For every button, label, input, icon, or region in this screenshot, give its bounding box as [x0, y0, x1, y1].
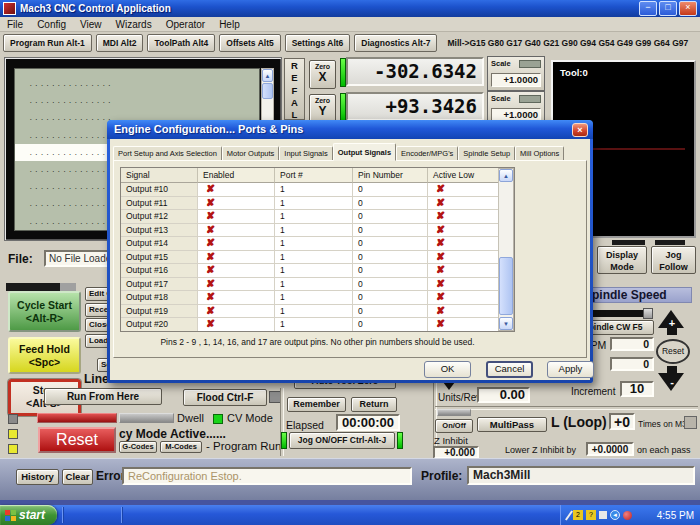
- start-button[interactable]: start: [0, 505, 57, 525]
- tray-pencil-icon[interactable]: [565, 510, 573, 520]
- clock[interactable]: 4:55 PM: [657, 510, 700, 521]
- pin-cell[interactable]: 0: [353, 318, 428, 332]
- scrollbar-thumb[interactable]: [262, 83, 273, 99]
- spindle-reset-button[interactable]: Reset: [656, 339, 690, 364]
- tray-generic-icon[interactable]: [599, 511, 607, 519]
- x-dro-value[interactable]: -302.6342: [346, 57, 484, 86]
- spindle-up-arrow[interactable]: +: [658, 310, 686, 337]
- x-scale-value[interactable]: +1.0000: [491, 73, 541, 87]
- jog-follow-button[interactable]: Jog Follow: [651, 246, 696, 274]
- gcode-line[interactable]: ...............: [15, 75, 259, 92]
- port-cell[interactable]: 1: [275, 237, 353, 251]
- active-low-cell[interactable]: [428, 251, 500, 265]
- enabled-cell[interactable]: [198, 251, 275, 265]
- y-dro-value[interactable]: +93.3426: [346, 92, 484, 121]
- table-row[interactable]: Output #11 1 0: [121, 197, 514, 211]
- enabled-cell[interactable]: [198, 197, 275, 211]
- menu-file[interactable]: File: [0, 19, 30, 30]
- close-button[interactable]: ×: [679, 1, 697, 16]
- port-cell[interactable]: 1: [275, 197, 353, 211]
- active-low-cell[interactable]: [428, 318, 500, 332]
- pin-cell[interactable]: 0: [353, 264, 428, 278]
- history-button[interactable]: History: [16, 469, 59, 485]
- maximize-button[interactable]: □: [659, 1, 677, 16]
- table-row[interactable]: Output #12 1 0: [121, 210, 514, 224]
- tab-program-run[interactable]: Program Run Alt-1: [3, 34, 92, 52]
- port-cell[interactable]: 1: [275, 210, 353, 224]
- active-low-cell[interactable]: [428, 278, 500, 292]
- pin-cell[interactable]: 0: [353, 197, 428, 211]
- enabled-cell[interactable]: [198, 278, 275, 292]
- tab-offsets[interactable]: Offsets Alt5: [219, 34, 280, 52]
- enabled-cell[interactable]: [198, 183, 275, 197]
- tab-motor-outputs[interactable]: Motor Outputs: [222, 146, 280, 161]
- tab-mill-options[interactable]: Mill Options: [515, 146, 564, 161]
- zero-y-button[interactable]: Zero Y: [309, 94, 336, 123]
- tab-mdi[interactable]: MDI Alt2: [96, 34, 144, 52]
- display-mode-button[interactable]: Display Mode: [597, 246, 647, 274]
- active-low-cell[interactable]: [428, 183, 500, 197]
- tab-input-signals[interactable]: Input Signals: [279, 146, 332, 161]
- pin-cell[interactable]: 0: [353, 183, 428, 197]
- dialog-titlebar[interactable]: Engine Configuration... Ports & Pins: [107, 120, 593, 139]
- menu-view[interactable]: View: [73, 19, 109, 30]
- pin-cell[interactable]: 0: [353, 251, 428, 265]
- pin-cell[interactable]: 0: [353, 291, 428, 305]
- reset-button[interactable]: Reset: [38, 427, 116, 453]
- run-from-here-button[interactable]: Run From Here: [44, 388, 162, 405]
- tab-diagnostics[interactable]: Diagnostics Alt-7: [354, 34, 437, 52]
- tab-port-setup[interactable]: Port Setup and Axis Selection: [113, 146, 222, 161]
- spindle-down-arrow[interactable]: -: [658, 366, 686, 393]
- table-row[interactable]: Output #17 1 0: [121, 278, 514, 292]
- tray-badge-2-icon[interactable]: 2: [573, 510, 583, 520]
- tab-encoder-mpg[interactable]: Encoder/MPG's: [396, 146, 458, 161]
- flood-button[interactable]: Flood Ctrl-F: [183, 389, 267, 406]
- tab-toolpath[interactable]: ToolPath Alt4: [147, 34, 215, 52]
- gcode-line[interactable]: ...............: [15, 92, 259, 109]
- cancel-button[interactable]: Cancel: [486, 361, 533, 378]
- table-row[interactable]: Output #13 1 0: [121, 224, 514, 238]
- zero-x-button[interactable]: Zero X: [309, 60, 336, 89]
- tray-help-icon[interactable]: ?: [586, 510, 596, 520]
- feed-hold-button[interactable]: Feed Hold <Spc>: [8, 337, 81, 374]
- active-low-cell[interactable]: [428, 264, 500, 278]
- increment-value[interactable]: 10: [620, 381, 654, 397]
- menu-config[interactable]: Config: [30, 19, 73, 30]
- table-row[interactable]: Output #10 1 0: [121, 183, 514, 197]
- tab-settings[interactable]: Settings Alt6: [285, 34, 351, 52]
- port-cell[interactable]: 1: [275, 183, 353, 197]
- cycle-start-button[interactable]: Cycle Start <Alt-R>: [8, 291, 81, 332]
- apply-button[interactable]: Apply: [547, 361, 594, 378]
- pin-cell[interactable]: 0: [353, 237, 428, 251]
- menu-operator[interactable]: Operator: [159, 19, 212, 30]
- scroll-up-icon[interactable]: [499, 169, 513, 182]
- scroll-up-icon[interactable]: [262, 69, 273, 82]
- gcodes-button[interactable]: G-Codes: [119, 441, 157, 453]
- jog-onoff-button[interactable]: Jog ON/OFF Ctrl-Alt-J: [289, 432, 395, 449]
- port-cell[interactable]: 1: [275, 251, 353, 265]
- return-button[interactable]: Return: [351, 397, 397, 412]
- enabled-cell[interactable]: [198, 318, 275, 332]
- lower-z-inhibit-value[interactable]: +0.0000: [586, 442, 634, 456]
- enabled-cell[interactable]: [198, 264, 275, 278]
- loop-count-value[interactable]: +0: [609, 413, 635, 430]
- port-cell[interactable]: 1: [275, 264, 353, 278]
- tray-back-arrow-icon[interactable]: ◄: [610, 510, 620, 520]
- profile-field[interactable]: Mach3Mill: [467, 466, 695, 485]
- spindle-slider-thumb[interactable]: [643, 308, 653, 319]
- clear-button[interactable]: Clear: [62, 469, 93, 485]
- mcodes-button[interactable]: M-Codes: [160, 441, 202, 453]
- tab-output-signals[interactable]: Output Signals: [333, 143, 396, 161]
- port-cell[interactable]: 1: [275, 278, 353, 292]
- remember-button[interactable]: Remember: [287, 397, 346, 412]
- tray-ball-icon[interactable]: [623, 511, 632, 520]
- scroll-down-icon[interactable]: [499, 317, 513, 330]
- enabled-cell[interactable]: [198, 224, 275, 238]
- pin-cell[interactable]: 0: [353, 305, 428, 319]
- menu-help[interactable]: Help: [212, 19, 247, 30]
- table-row[interactable]: Output #20 1 0: [121, 318, 514, 332]
- scrollbar-thumb[interactable]: [499, 257, 513, 315]
- active-low-cell[interactable]: [428, 237, 500, 251]
- port-cell[interactable]: 1: [275, 291, 353, 305]
- port-cell[interactable]: 1: [275, 305, 353, 319]
